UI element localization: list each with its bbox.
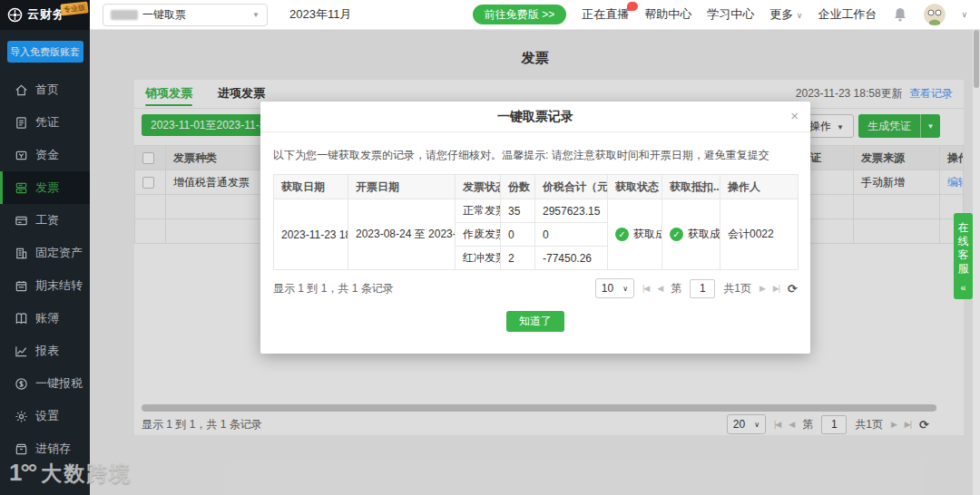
col-invoice-date: 开票日期 xyxy=(348,175,456,199)
go-free-version-button[interactable]: 前往免费版 >> xyxy=(473,5,566,24)
help-center-link[interactable]: 帮助中心 xyxy=(644,6,691,23)
pagination-controls: 10∨ |◀ ◀ 第 共1页 ▶ ▶| ⟳ xyxy=(595,278,798,298)
page-size-select[interactable]: 10∨ xyxy=(595,278,634,298)
period-selector[interactable]: 2023年11月 xyxy=(289,6,351,23)
account-select-value: 一键取票 xyxy=(142,7,186,23)
col-deduction-status: 获取抵扣... xyxy=(662,175,720,199)
amount-cell: 0 xyxy=(535,223,608,247)
modal-pagination: 显示 1 到 1，共 1 条记录 10∨ |◀ ◀ 第 共1页 ▶ ▶| ⟳ xyxy=(273,278,798,298)
notification-bell-icon[interactable] xyxy=(892,6,908,23)
close-icon[interactable]: × xyxy=(790,109,799,122)
last-page-button[interactable]: ▶| xyxy=(773,284,779,293)
count-cell: 35 xyxy=(501,199,535,223)
user-menu-chevron-icon[interactable]: ∨ xyxy=(961,10,967,19)
modal-description: 以下为您一键获取发票的记录，请您仔细核对。温馨提示: 请您注意获取时间和开票日期… xyxy=(273,148,798,163)
learning-center-link[interactable]: 学习中心 xyxy=(707,6,754,23)
amount-cell: -77450.26 xyxy=(535,247,608,270)
page-label: 第 xyxy=(671,281,681,296)
fetch-records-table: 获取日期 开票日期 发票状态 份数 价税合计（元） 获取状态 获取抵扣... 操… xyxy=(273,174,799,270)
live-link[interactable]: 正在直播 xyxy=(582,6,629,23)
operator-cell: 会计0022 xyxy=(720,199,799,270)
fetch-status-cell: ✓获取成功 xyxy=(608,199,662,270)
app-name: 云财务 xyxy=(27,6,65,23)
topbar-right: 前往免费版 >> 正在直播 帮助中心 学习中心 更多 ∨ 企业工作台 ∨ xyxy=(473,4,980,25)
page-number-input[interactable] xyxy=(690,279,715,298)
invoice-status-cell: 红冲发票 xyxy=(456,247,501,270)
count-cell: 2 xyxy=(501,247,535,270)
first-page-button[interactable]: |◀ xyxy=(642,284,649,293)
amount-cell: 2957623.15 xyxy=(535,199,608,223)
account-select[interactable]: 一键取票 ▼ xyxy=(103,4,268,26)
logo-wheel-icon xyxy=(7,7,23,23)
deduction-status-cell: ✓获取成功 xyxy=(662,199,720,270)
watermark-text: 大数跨境 xyxy=(41,460,132,488)
app-window: 云财务 专业版 一键取票 ▼ 2023年11月 前往免费版 >> 正在直播 帮助… xyxy=(0,0,980,495)
modal-title: 一键取票记录 xyxy=(497,109,573,125)
online-service-tab[interactable]: 在线客服 « xyxy=(954,213,973,299)
col-count: 份数 xyxy=(501,175,535,199)
pagination-info: 显示 1 到 1，共 1 条记录 xyxy=(273,281,394,296)
refresh-icon[interactable]: ⟳ xyxy=(788,282,798,296)
next-page-button[interactable]: ▶ xyxy=(760,284,765,293)
invoice-status-cell: 正常发票 xyxy=(456,199,501,223)
check-icon: ✓ xyxy=(615,228,629,241)
prev-page-button[interactable]: ◀ xyxy=(657,284,662,293)
chevron-down-icon: ∨ xyxy=(622,285,628,293)
modal-header: 一键取票记录 × xyxy=(260,102,810,132)
col-invoice-status: 发票状态 xyxy=(456,175,501,199)
app-logo: 云财务 专业版 xyxy=(0,0,90,30)
topbar: 云财务 专业版 一键取票 ▼ 2023年11月 前往免费版 >> 正在直播 帮助… xyxy=(0,0,980,30)
records-header-row: 获取日期 开票日期 发票状态 份数 价税合计（元） 获取状态 获取抵扣... 操… xyxy=(274,175,799,199)
col-fetch-status: 获取状态 xyxy=(608,175,662,199)
invoice-status-cell: 作废发票 xyxy=(456,223,501,247)
fetch-records-modal: 一键取票记录 × 以下为您一键获取发票的记录，请您仔细核对。温馨提示: 请您注意… xyxy=(260,102,810,354)
chevron-down-icon: ▼ xyxy=(252,11,260,19)
collapse-icon: « xyxy=(960,282,965,293)
redacted-account-prefix xyxy=(111,10,138,20)
enterprise-workspace-link[interactable]: 企业工作台 xyxy=(818,6,877,23)
check-icon: ✓ xyxy=(670,228,683,241)
col-total-amount: 价税合计（元） xyxy=(535,175,608,199)
count-cell: 0 xyxy=(501,223,535,247)
fetch-date-cell: 2023-11-23 18:58 xyxy=(274,199,348,270)
got-it-button[interactable]: 知道了 xyxy=(506,311,564,332)
total-pages-label: 共1页 xyxy=(723,281,751,296)
vertical-scrollbar[interactable] xyxy=(973,30,980,495)
chevron-down-icon: ∨ xyxy=(797,11,803,20)
watermark: 1°° 大数跨境 xyxy=(9,459,132,488)
more-menu[interactable]: 更多 ∨ xyxy=(769,6,802,23)
modal-footer: 知道了 xyxy=(260,311,810,332)
live-badge-icon xyxy=(627,2,638,11)
col-operator: 操作人 xyxy=(720,175,799,199)
edition-badge: 专业版 xyxy=(60,1,88,15)
vertical-scrollbar-thumb[interactable] xyxy=(974,30,979,88)
user-avatar[interactable] xyxy=(924,4,946,25)
record-subrow: 2023-11-23 18:58 2023-08-24 至 2023-11-23… xyxy=(274,199,799,223)
watermark-logo: 1°° xyxy=(9,459,35,487)
col-fetch-date: 获取日期 xyxy=(274,175,348,199)
invoice-date-cell: 2023-08-24 至 2023-11-23 xyxy=(348,199,456,270)
online-service-label: 在线客服 xyxy=(958,221,969,276)
avatar-image xyxy=(924,4,946,25)
